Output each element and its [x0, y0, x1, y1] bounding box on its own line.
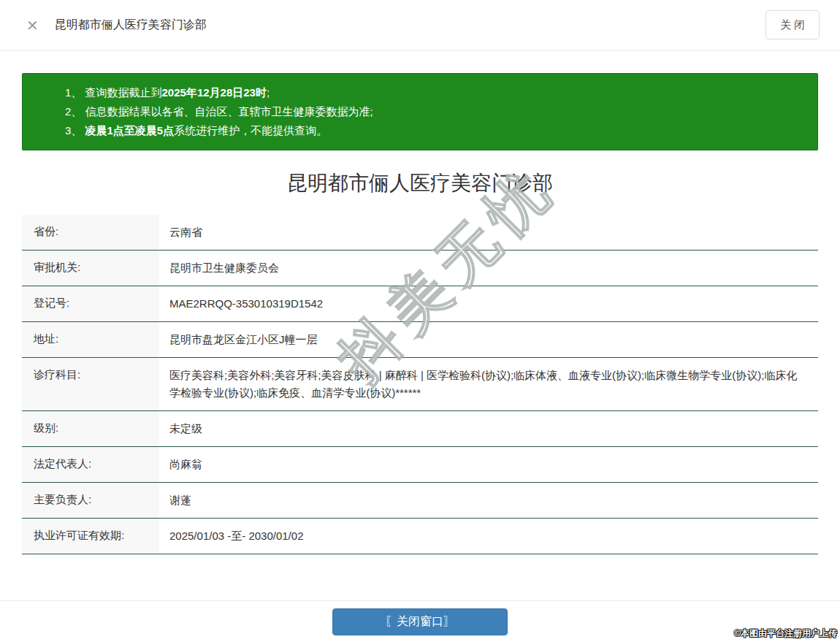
row-value: 谢蓬 [159, 483, 818, 518]
table-row: 执业许可证有效期:2025/01/03 -至- 2030/01/02 [22, 519, 818, 554]
table-row: 级别:未定级 [22, 411, 818, 447]
row-label: 登记号: [22, 286, 159, 321]
close-button[interactable]: 关 闭 [765, 10, 820, 39]
table-row: 主要负责人:谢蓬 [22, 483, 818, 519]
row-label: 执业许可证有效期: [22, 519, 159, 554]
table-row: 审批机关:昆明市卫生健康委员会 [22, 251, 818, 286]
info-table: 省份:云南省审批机关:昆明市卫生健康委员会登记号:MAE2RRQQ-353010… [22, 215, 818, 554]
table-row: 省份:云南省 [22, 215, 818, 251]
clinic-title: 昆明都市俪人医疗美容门诊部 [0, 169, 840, 197]
clinic-detail-page: ✕ 昆明都市俪人医疗美容门诊部 关 闭 1、 查询数据截止到2025年12月28… [0, 0, 840, 642]
header: ✕ 昆明都市俪人医疗美容门诊部 关 闭 [0, 0, 840, 51]
row-value: 医疗美容科;美容外科;美容牙科;美容皮肤科 | 麻醉科 | 医学检验科(协议);… [159, 358, 818, 410]
row-label: 法定代表人: [22, 447, 159, 482]
row-value: 云南省 [159, 215, 818, 250]
footer: 〖关闭窗口〗 [0, 600, 840, 642]
row-value: 2025/01/03 -至- 2030/01/02 [159, 519, 818, 554]
close-window-button[interactable]: 〖关闭窗口〗 [332, 608, 508, 635]
close-icon[interactable]: ✕ [26, 18, 39, 33]
row-label: 级别: [22, 411, 159, 446]
table-row: 地址:昆明市盘龙区金江小区J幢一层 [22, 322, 818, 358]
row-value: 尚麻翁 [159, 447, 818, 482]
row-value: MAE2RRQQ-353010319D1542 [159, 286, 818, 321]
row-value: 昆明市盘龙区金江小区J幢一层 [159, 322, 818, 357]
notice-line: 2、 信息数据结果以各省、自治区、直辖市卫生健康委数据为准; [65, 102, 803, 121]
notice-box: 1、 查询数据截止到2025年12月28日23时;2、 信息数据结果以各省、自治… [22, 73, 818, 150]
table-row: 法定代表人:尚麻翁 [22, 447, 818, 483]
row-value: 昆明市卫生健康委员会 [159, 251, 818, 286]
notice-line: 1、 查询数据截止到2025年12月28日23时; [65, 83, 803, 102]
table-row: 登记号:MAE2RRQQ-353010319D1542 [22, 286, 818, 322]
row-label: 审批机关: [22, 251, 159, 286]
table-row: 诊疗科目:医疗美容科;美容外科;美容牙科;美容皮肤科 | 麻醉科 | 医学检验科… [22, 358, 818, 411]
page-header-title: 昆明都市俪人医疗美容门诊部 [55, 18, 207, 33]
row-label: 诊疗科目: [22, 358, 159, 410]
notice-line: 3、 凌晨1点至凌晨5点系统进行维护，不能提供查询。 [65, 121, 803, 140]
row-label: 主要负责人: [22, 483, 159, 518]
row-value: 未定级 [159, 411, 818, 446]
row-label: 地址: [22, 322, 159, 357]
row-label: 省份: [22, 215, 159, 250]
